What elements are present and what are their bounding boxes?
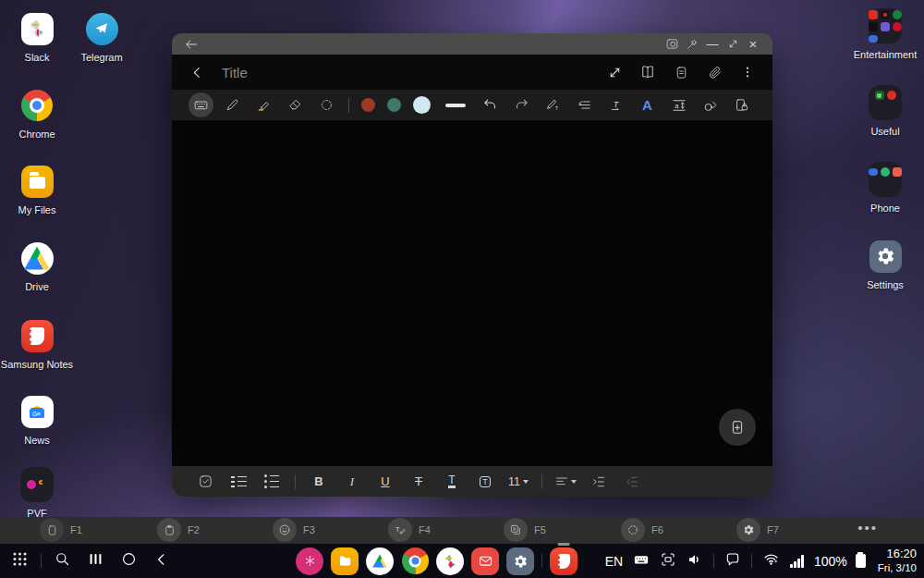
fkey-f6[interactable]: F6 [621, 518, 663, 542]
pen-color-teal[interactable] [387, 98, 401, 112]
keyboard-icon[interactable] [633, 551, 650, 572]
highlighter-tool-button[interactable] [251, 92, 276, 117]
keyboard-mode-button[interactable] [188, 92, 213, 117]
note-template-button[interactable] [669, 60, 693, 84]
back-button[interactable] [153, 551, 170, 572]
recents-button[interactable] [87, 550, 104, 572]
stroke-width-preview[interactable] [445, 104, 466, 107]
maximize-button[interactable] [723, 36, 743, 53]
convert-to-text-button[interactable]: T [541, 92, 565, 117]
svg-text:T: T [555, 105, 559, 111]
eraser-tool-button[interactable] [283, 92, 308, 117]
dock-email-icon[interactable] [471, 547, 499, 575]
dock-penup-icon[interactable] [296, 547, 323, 575]
numbered-list-button[interactable] [225, 469, 251, 494]
pin-window-button[interactable] [682, 36, 702, 53]
bold-button[interactable]: B [306, 469, 332, 494]
attach-button[interactable] [702, 60, 726, 84]
pvf-folder-icon [20, 467, 54, 502]
desktop-folder-pvf[interactable]: PVF [0, 468, 74, 522]
more-fkeys-button[interactable]: ••• [857, 520, 878, 535]
add-page-button[interactable] [719, 409, 756, 446]
checklist-button[interactable] [192, 469, 218, 494]
lasso-select-button[interactable] [314, 92, 339, 117]
phone-folder-icon [869, 162, 902, 197]
fkey-f1[interactable]: F1 [40, 518, 82, 542]
desktop-label: Entertainment [854, 48, 917, 63]
desktop-folder-phone[interactable]: Phone [848, 163, 922, 216]
keyboard-language[interactable]: EN [605, 554, 623, 569]
samsung-notes-window: — × Title [172, 33, 772, 497]
page-lock-button[interactable] [729, 92, 754, 117]
strikethrough-button[interactable]: T [406, 469, 432, 494]
text-color-button[interactable]: T [439, 469, 465, 494]
desktop-icon-slack[interactable]: Slack [0, 12, 74, 66]
underline-button[interactable]: U [372, 469, 398, 494]
volume-icon[interactable] [687, 551, 703, 572]
notes-app-header: Title [172, 55, 772, 90]
dock-my-files-icon[interactable] [331, 547, 359, 575]
more-options-button[interactable] [736, 60, 760, 84]
indent-decrease-button[interactable] [619, 469, 645, 494]
auto-straighten-button[interactable] [572, 92, 597, 117]
clock[interactable]: 16:20 Fri, 3/10 [878, 547, 917, 575]
indent-increase-button[interactable] [586, 469, 612, 494]
desktop-icon-news[interactable]: G≡ News [0, 395, 74, 449]
search-button[interactable] [54, 550, 71, 572]
page-view-button[interactable] [636, 60, 660, 84]
fkey-f4[interactable]: T F4 [388, 518, 431, 542]
note-canvas[interactable] [172, 120, 772, 466]
undo-button[interactable] [478, 92, 503, 117]
font-size-dropdown[interactable]: 11 [505, 469, 531, 494]
dock-slack-icon[interactable] [436, 547, 464, 575]
desktop-folder-entertainment[interactable]: Entertainment [848, 9, 922, 63]
window-back-button[interactable] [181, 36, 201, 53]
dock-samsung-notes-icon[interactable] [550, 547, 578, 575]
battery-icon [856, 554, 866, 568]
desktop-icon-settings[interactable]: Settings [848, 240, 922, 293]
apps-grid-button[interactable] [11, 550, 29, 572]
screen-capture-icon[interactable] [660, 551, 676, 572]
home-button[interactable] [120, 550, 138, 572]
minimize-button[interactable]: — [702, 36, 723, 53]
pen-color-red[interactable] [361, 98, 375, 112]
dock-drive-icon[interactable] [366, 547, 394, 575]
window-titlebar[interactable]: — × [172, 33, 772, 55]
clipboard-icon [157, 518, 181, 542]
desktop-icon-telegram[interactable]: Telegram [65, 12, 139, 66]
bullet-list-button[interactable] [259, 469, 285, 494]
desktop-label: News [24, 434, 50, 449]
fkey-f3[interactable]: F3 [273, 518, 315, 542]
desktop-icon-my-files[interactable]: My Files [0, 165, 74, 218]
desktop-icon-drive[interactable]: Drive [0, 241, 74, 295]
note-back-button[interactable] [185, 60, 209, 84]
desktop-folder-useful[interactable]: Useful [848, 86, 922, 140]
fkey-f7[interactable]: F7 [736, 518, 779, 542]
desktop-label: Drive [25, 280, 49, 295]
dock-settings-icon[interactable] [506, 547, 534, 575]
expand-note-button[interactable] [602, 60, 626, 84]
close-button[interactable]: × [743, 36, 763, 53]
pen-tool-button[interactable] [220, 92, 245, 117]
redo-button[interactable] [509, 92, 534, 117]
desktop-icon-samsung-notes[interactable]: Samsung Notes [0, 319, 74, 373]
pen-color-blue-selected[interactable] [413, 96, 431, 114]
text-highlight-button[interactable]: T [472, 469, 498, 494]
cellular-signal-icon[interactable] [790, 555, 804, 568]
tablet-icon [40, 518, 64, 542]
notifications-icon[interactable] [724, 551, 741, 572]
fkey-f2[interactable]: F2 [157, 518, 200, 542]
italic-button[interactable]: I [339, 469, 365, 494]
svg-text:a: a [675, 101, 679, 109]
note-title-field[interactable]: Title [222, 65, 593, 80]
shape-recognition-button[interactable] [698, 92, 723, 117]
handwriting-beautify-button[interactable]: A [635, 92, 660, 117]
popup-view-button[interactable] [662, 36, 682, 53]
dock-chrome-icon[interactable] [401, 547, 429, 575]
wifi-icon[interactable] [762, 551, 780, 571]
fkey-f5[interactable]: A F5 [504, 518, 546, 542]
alignment-dropdown[interactable] [553, 469, 578, 494]
desktop-icon-chrome[interactable]: Chrome [0, 89, 74, 142]
tilt-correction-button[interactable]: T [603, 92, 628, 117]
line-spacing-button[interactable]: a [666, 92, 691, 117]
